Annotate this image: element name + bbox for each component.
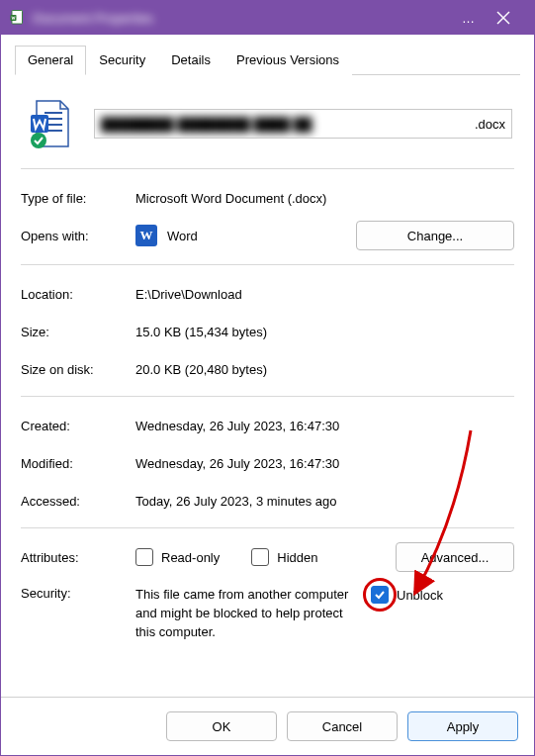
label-created: Created: xyxy=(21,419,135,433)
label-modified: Modified: xyxy=(21,456,135,471)
word-app-icon: W xyxy=(135,225,157,246)
label-size-on-disk: Size on disk: xyxy=(21,362,135,377)
filename-obscured: ████████ ████████ ████ ██ xyxy=(101,117,471,132)
label-attributes: Attributes: xyxy=(21,550,135,565)
file-header: ████████ ████████ ████ ██ .docx xyxy=(21,89,514,166)
svg-rect-8 xyxy=(31,115,48,133)
checkbox-empty-icon xyxy=(251,548,269,566)
change-button[interactable]: Change... xyxy=(356,221,514,250)
tab-panel-general: ████████ ████████ ████ ██ .docx Type of … xyxy=(15,77,520,697)
tab-general[interactable]: General xyxy=(15,46,86,75)
value-accessed: Today, 26 July 2023, 3 minutes ago xyxy=(135,494,514,509)
row-accessed: Accessed: Today, 26 July 2023, 3 minutes… xyxy=(21,482,514,520)
unblock-label: Unblock xyxy=(397,588,443,603)
value-size-on-disk: 20.0 KB (20,480 bytes) xyxy=(135,362,514,377)
label-security: Security: xyxy=(21,586,135,601)
readonly-checkbox[interactable]: Read-only xyxy=(135,548,220,566)
value-created: Wednesday, 26 July 2023, 16:47:30 xyxy=(135,419,514,433)
separator-3 xyxy=(21,396,514,397)
ok-button[interactable]: OK xyxy=(166,711,277,741)
titlebar: Document Properties … xyxy=(1,1,534,35)
filename-extension: .docx xyxy=(475,117,505,132)
separator-1 xyxy=(21,168,514,169)
label-opens-with: Opens with: xyxy=(21,229,135,243)
row-size: Size: 15.0 KB (15,434 bytes) xyxy=(21,313,514,350)
close-button[interactable] xyxy=(481,1,526,35)
cancel-button[interactable]: Cancel xyxy=(287,711,398,741)
tab-strip: General Security Details Previous Versio… xyxy=(15,45,520,75)
tab-security[interactable]: Security xyxy=(86,46,158,75)
row-security: Security: This file came from another co… xyxy=(21,584,514,642)
value-location: E:\Drive\Download xyxy=(135,287,514,302)
advanced-button[interactable]: Advanced... xyxy=(396,542,514,572)
separator-2 xyxy=(21,264,514,265)
svg-point-9 xyxy=(31,133,46,148)
checkbox-empty-icon xyxy=(135,548,153,566)
row-created: Created: Wednesday, 26 July 2023, 16:47:… xyxy=(21,407,514,444)
row-modified: Modified: Wednesday, 26 July 2023, 16:47… xyxy=(21,444,514,482)
content-area: General Security Details Previous Versio… xyxy=(1,35,534,697)
readonly-label: Read-only xyxy=(161,550,220,565)
value-modified: Wednesday, 26 July 2023, 16:47:30 xyxy=(135,456,514,471)
row-location: Location: E:\Drive\Download xyxy=(21,275,514,313)
dialog-footer: OK Cancel Apply xyxy=(1,697,534,755)
unblock-checkbox[interactable]: Unblock xyxy=(371,586,443,604)
label-size: Size: xyxy=(21,325,135,339)
checkbox-checked-icon xyxy=(371,586,389,604)
row-opens-with: Opens with: W Word Change... xyxy=(21,217,514,254)
hidden-checkbox[interactable]: Hidden xyxy=(251,548,317,566)
value-size: 15.0 KB (15,434 bytes) xyxy=(135,325,514,339)
close-icon xyxy=(496,11,510,25)
row-size-on-disk: Size on disk: 20.0 KB (20,480 bytes) xyxy=(21,350,514,388)
separator-4 xyxy=(21,527,514,528)
apply-button[interactable]: Apply xyxy=(407,711,518,741)
row-attributes: Attributes: Read-only Hidden Advanced... xyxy=(21,538,514,576)
filename-input[interactable]: ████████ ████████ ████ ██ .docx xyxy=(94,109,512,139)
window-title: Document Properties xyxy=(33,11,456,26)
file-type-icon xyxy=(23,97,76,150)
tab-previous-versions[interactable]: Previous Versions xyxy=(223,46,352,75)
tab-details[interactable]: Details xyxy=(158,46,223,75)
label-accessed: Accessed: xyxy=(21,494,135,509)
value-opens-with: Word xyxy=(167,229,198,243)
value-type: Microsoft Word Document (.docx) xyxy=(135,191,514,206)
label-type: Type of file: xyxy=(21,191,135,206)
label-location: Location: xyxy=(21,287,135,302)
row-type: Type of file: Microsoft Word Document (.… xyxy=(21,179,514,217)
properties-window: Document Properties … General Security D… xyxy=(0,0,535,756)
security-text: This file came from another computer and… xyxy=(135,586,353,642)
hidden-label: Hidden xyxy=(277,550,317,565)
window-file-icon xyxy=(9,9,27,27)
title-ellipsis: … xyxy=(462,11,475,26)
